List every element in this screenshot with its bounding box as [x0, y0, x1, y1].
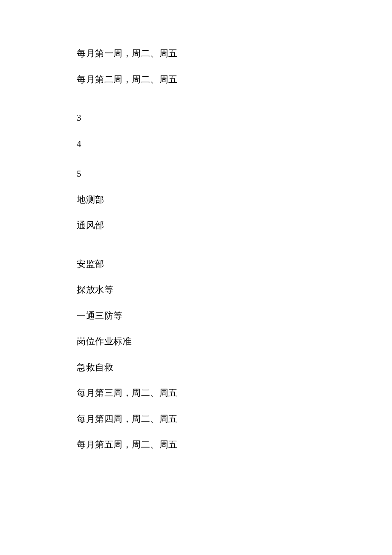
- text-line: 通风部: [77, 219, 315, 232]
- text-line: 3: [77, 111, 315, 125]
- text-line: 每月第二周，周二、周五: [77, 73, 315, 87]
- text-line: 每月第四周，周二、周五: [77, 413, 315, 426]
- text-line: 每月第五周，周二、周五: [77, 438, 315, 452]
- text-line: 急救自救: [77, 361, 315, 375]
- spacer: [77, 245, 315, 258]
- text-line: 一通三防等: [77, 309, 315, 323]
- text-line: 安监部: [77, 258, 315, 271]
- text-line: 岗位作业标准: [77, 335, 315, 349]
- text-line: 探放水等: [77, 283, 315, 297]
- text-line: 每月第一周，周二、周五: [77, 47, 315, 61]
- text-line: 每月第三周，周二、周五: [77, 386, 315, 400]
- spacer: [77, 163, 315, 167]
- text-line: 4: [77, 137, 315, 151]
- text-line: 地测部: [77, 193, 315, 207]
- spacer: [77, 99, 315, 111]
- text-line: 5: [77, 167, 315, 181]
